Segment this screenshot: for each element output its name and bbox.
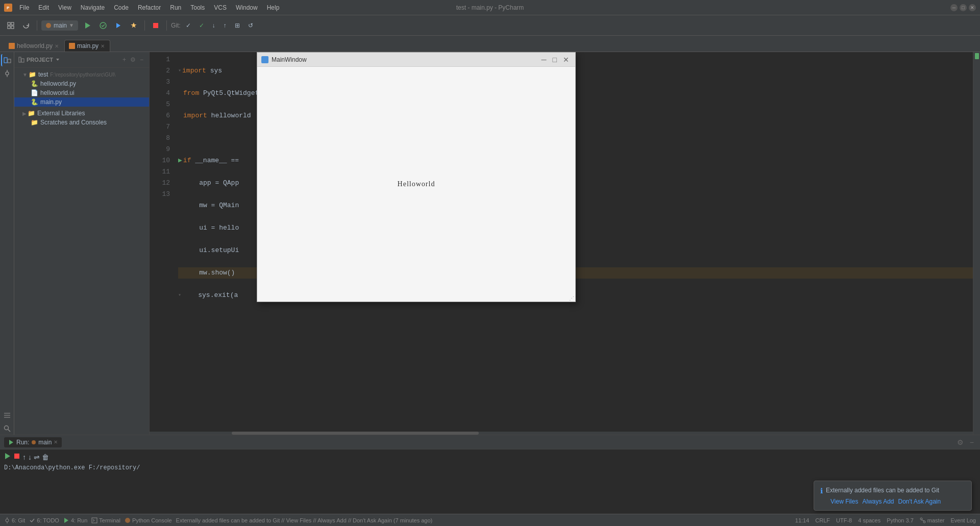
clear-button[interactable]: 🗑 [42, 453, 49, 461]
scrollbar-thumb[interactable] [232, 432, 479, 435]
float-title-bar[interactable]: MainWindow ─ □ ✕ [257, 53, 575, 67]
sync-button[interactable] [19, 20, 33, 31]
menu-run[interactable]: Run [166, 3, 185, 12]
sidebar-collapse-button[interactable]: − [138, 55, 145, 64]
menu-help[interactable]: Help [263, 3, 284, 12]
tree-item-helloworldui[interactable]: 📄 helloworld.ui [14, 88, 149, 97]
status-git-item[interactable]: 6: Git [4, 517, 25, 523]
status-run-item[interactable]: 4: Run [63, 517, 87, 523]
status-event-log[interactable]: Event Log [950, 517, 976, 523]
stop-run-button[interactable] [13, 453, 20, 461]
panel-tab-run[interactable]: Run: main ✕ [4, 437, 62, 447]
notification-always-add[interactable]: Always Add [862, 498, 894, 505]
tab-close-helloworld[interactable]: ✕ [55, 43, 59, 49]
panel-settings-button[interactable]: ⚙ [955, 437, 966, 447]
status-python-console-item[interactable]: Python Console [125, 517, 172, 523]
activity-structure-icon[interactable] [1, 409, 13, 421]
run-tab-py-icon [31, 440, 36, 445]
float-hello-text: Helloworld [398, 180, 435, 188]
fold-icon-1[interactable]: ▾ [178, 65, 181, 77]
run-indicator-6[interactable]: ▶ [178, 155, 182, 166]
tree-item-test[interactable]: ▼ 📁 test F:\repository\python\src\GUI\ [14, 70, 149, 79]
svg-rect-2 [8, 22, 10, 25]
status-indent[interactable]: 4 spaces [858, 517, 880, 523]
activity-commit-icon[interactable] [1, 67, 13, 80]
tab-helloworld[interactable]: helloworld.py ✕ [4, 40, 64, 52]
notification-view-files[interactable]: View Files [830, 498, 858, 505]
float-minimize-button[interactable]: ─ [540, 56, 549, 64]
dropdown-arrow-icon: ▼ [69, 22, 74, 28]
menu-code[interactable]: Code [110, 3, 133, 12]
float-window[interactable]: MainWindow ─ □ ✕ Helloworld ⋰ [257, 52, 576, 302]
git-check-button[interactable]: ✓ [183, 20, 194, 31]
float-maximize-button[interactable]: □ [551, 56, 559, 64]
git-update-button[interactable]: ↓ [209, 20, 218, 31]
menu-edit[interactable]: Edit [34, 3, 53, 12]
status-charset-text: UTF-8 [836, 517, 852, 523]
minimize-button[interactable]: ─ [950, 4, 958, 11]
git-tick-button[interactable]: ✓ [196, 20, 207, 31]
menu-vcs[interactable]: VCS [210, 3, 231, 12]
activity-project-icon[interactable] [1, 54, 13, 66]
status-crlf[interactable]: CRLF [815, 517, 830, 523]
float-close-button[interactable]: ✕ [561, 56, 571, 64]
scroll-down-button[interactable]: ↓ [28, 453, 32, 461]
fold-icon-12[interactable]: ▾ [178, 290, 181, 301]
toolbar-sep-3 [166, 20, 167, 31]
profile-button[interactable] [127, 20, 140, 31]
tab-mainpy[interactable]: main.py ✕ [64, 40, 110, 52]
menu-view[interactable]: View [54, 3, 76, 12]
status-run-label: 4: Run [71, 517, 87, 523]
coverage-button[interactable] [96, 20, 110, 31]
project-settings-button[interactable] [4, 20, 17, 31]
menu-file[interactable]: File [15, 3, 33, 12]
run-config-selector[interactable]: main ▼ [41, 20, 78, 31]
tree-label-helloworldpy: helloworld.py [40, 80, 76, 87]
notification-dont-ask[interactable]: Don't Ask Again [898, 498, 941, 505]
menu-tools[interactable]: Tools [186, 3, 209, 12]
editor-scrollbar[interactable] [150, 432, 973, 435]
panel-tab-run-close[interactable]: ✕ [54, 439, 58, 445]
debug-button[interactable] [112, 20, 125, 31]
sidebar-settings-button[interactable]: ⚙ [129, 55, 137, 64]
svg-point-28 [6, 519, 9, 522]
status-branch[interactable]: master [920, 517, 945, 523]
resize-handle[interactable]: ⋰ [569, 295, 575, 302]
rerun-button[interactable] [4, 453, 11, 461]
svg-point-34 [920, 518, 922, 520]
status-todo-item[interactable]: 6: TODO [29, 517, 59, 523]
status-python-version[interactable]: Python 3.7 [887, 517, 914, 523]
svg-marker-9 [116, 23, 120, 28]
maximize-button[interactable]: □ [960, 4, 967, 11]
close-button[interactable]: ✕ [969, 4, 976, 11]
notification-icon: ℹ [820, 487, 823, 495]
tree-item-extlibs[interactable]: ▶ 📁 External Libraries [14, 109, 149, 118]
tab-close-mainpy[interactable]: ✕ [101, 43, 105, 49]
status-position[interactable]: 11:14 [795, 517, 810, 523]
activity-search-icon[interactable] [1, 422, 13, 435]
svg-rect-4 [8, 26, 10, 29]
stop-button[interactable] [149, 20, 162, 31]
menu-navigate[interactable]: Navigate [77, 3, 109, 12]
menu-refactor[interactable]: Refactor [134, 3, 165, 12]
toolbar: main ▼ Git: ✓ ✓ ↓ ↑ ⊞ ↺ [0, 15, 980, 36]
bottom-panel-toolbar: ↑ ↓ ⇌ 🗑 [4, 452, 976, 462]
git-push-button[interactable]: ↑ [220, 20, 230, 31]
terminal-status-icon [91, 517, 97, 523]
run-button[interactable] [80, 20, 94, 31]
status-left: 6: Git 6: TODO 4: Run Terminal Python Co… [4, 517, 172, 523]
git-history-button[interactable]: ⊞ [232, 20, 243, 31]
sidebar-add-button[interactable]: + [121, 55, 128, 64]
git-revert-button[interactable]: ↺ [245, 20, 256, 31]
menu-window[interactable]: Window [232, 3, 262, 12]
tree-item-helloworldpy[interactable]: 🐍 helloworld.py [14, 79, 149, 88]
tree-item-mainpy[interactable]: 🐍 main.py [14, 97, 149, 107]
status-terminal-item[interactable]: Terminal [91, 517, 120, 523]
project-dropdown-icon[interactable] [55, 57, 60, 62]
tree-item-scratches[interactable]: 📁 Scratches and Consoles [14, 118, 149, 127]
py-icon-main: 🐍 [31, 98, 38, 106]
status-charset[interactable]: UTF-8 [836, 517, 852, 523]
scroll-up-button[interactable]: ↑ [22, 453, 26, 461]
wrap-button[interactable]: ⇌ [34, 453, 40, 461]
panel-minimize-button[interactable]: − [968, 437, 976, 447]
